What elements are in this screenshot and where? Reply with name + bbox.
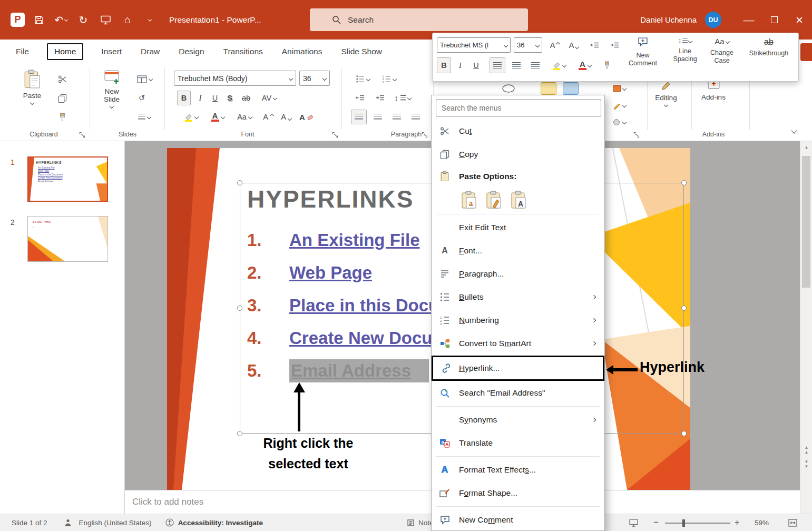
menu-item-cut[interactable]: Cut [432, 120, 604, 143]
minibar-grow-font-icon[interactable]: A [546, 37, 563, 53]
oval-shape-icon[interactable] [500, 81, 517, 96]
list-item-2[interactable]: 2. Web Page [247, 260, 372, 286]
font-color-icon[interactable]: A [207, 110, 229, 124]
scrollbar-thumb[interactable] [802, 156, 810, 288]
paste-text-only-button[interactable]: A [508, 189, 529, 211]
slide-title[interactable]: HYPERLINKS [247, 185, 414, 213]
shape-outline-icon[interactable] [607, 98, 631, 113]
undo-icon[interactable]: ↶ [50, 8, 72, 32]
handle-bottom-right[interactable] [681, 431, 687, 436]
slideshow-from-beginning-icon[interactable] [94, 8, 116, 32]
minibar-font-color-icon[interactable]: A [574, 57, 596, 73]
minibar-italic-button[interactable]: I [454, 57, 467, 73]
save-icon[interactable] [28, 8, 50, 32]
clipboard-dialog-launcher-icon[interactable] [79, 131, 86, 138]
list-item-5[interactable]: 5. Email Address [247, 358, 429, 384]
minibar-underline-button[interactable]: U [469, 57, 483, 73]
powerpoint-app-icon[interactable]: P [11, 13, 25, 27]
menu-item-format-shape[interactable]: Format Shape... [432, 481, 604, 505]
bold-button[interactable]: B [177, 91, 191, 105]
shape-fill-icon[interactable] [607, 81, 631, 96]
menu-item-exit-edit-text[interactable]: Exit Edit Text [432, 216, 604, 239]
tab-animations[interactable]: Animations [281, 45, 324, 58]
menu-item-copy[interactable]: Copy [432, 143, 604, 166]
align-right-icon[interactable] [389, 110, 405, 124]
font-dialog-launcher-icon[interactable] [332, 131, 339, 138]
slideshow-view-icon[interactable] [629, 519, 638, 527]
highlight-color-icon[interactable] [179, 110, 202, 124]
minibar-bold-button[interactable]: B [437, 57, 451, 73]
selected-hyperlink-text[interactable]: Email Address [289, 359, 429, 382]
menu-item-bullets[interactable]: Bullets [432, 286, 604, 309]
underline-button[interactable]: U [209, 91, 221, 105]
minibar-align-center-icon[interactable] [508, 57, 524, 73]
align-center-icon[interactable] [370, 110, 386, 124]
quick-access-chevron-icon[interactable] [139, 8, 161, 32]
minibar-decrease-indent-icon[interactable] [585, 37, 603, 53]
minibar-align-left-icon[interactable] [490, 57, 505, 73]
strikethrough-button[interactable]: ab [238, 91, 254, 105]
section-icon[interactable] [133, 110, 156, 124]
tab-slide-show[interactable]: Slide Show [340, 45, 383, 58]
menu-item-translate[interactable]: aA Translate [432, 431, 604, 455]
decrease-indent-icon[interactable] [351, 91, 369, 105]
format-painter-icon[interactable] [55, 110, 70, 124]
collapse-ribbon-chevron-icon[interactable] [786, 123, 802, 138]
tab-insert[interactable]: Insert [100, 45, 123, 58]
layout-icon[interactable] [133, 72, 156, 86]
previous-slide-icon[interactable]: ▲▲ [800, 445, 812, 455]
menu-item-synonyms[interactable]: Synonyms [432, 408, 604, 431]
menu-item-paragraph[interactable]: Paragraph... [432, 262, 604, 286]
menu-item-new-comment[interactable]: New Comment [432, 508, 604, 531]
shrink-font-icon[interactable]: A [278, 110, 294, 124]
hyperlink-text[interactable]: Web Page [289, 263, 372, 283]
drawing-dialog-launcher-icon[interactable] [633, 131, 641, 138]
numbering-icon[interactable]: 123 [377, 72, 400, 86]
avatar[interactable]: DU [705, 12, 721, 28]
zoom-slider-thumb[interactable] [682, 519, 685, 527]
font-name-select[interactable]: Trebuchet MS (Body) [174, 71, 296, 86]
list-item-1[interactable]: 1. An Existing File [247, 228, 420, 253]
spell-check-icon[interactable] [64, 519, 72, 527]
slide2-thumbnail[interactable]: SLIDE TWO • [27, 216, 108, 262]
slide-indicator[interactable]: Slide 1 of 2 [12, 519, 47, 527]
fit-slide-icon[interactable] [788, 519, 797, 527]
minibar-align-right-icon[interactable] [527, 57, 543, 73]
tab-draw[interactable]: Draw [140, 45, 161, 58]
italic-button[interactable]: I [194, 91, 207, 105]
bullets-icon[interactable] [351, 72, 374, 86]
paragraph-dialog-launcher-icon[interactable] [422, 131, 429, 138]
paste-dropdown-icon[interactable] [30, 101, 34, 105]
align-left-icon[interactable] [351, 110, 367, 124]
language-indicator[interactable]: English (United States) [79, 519, 152, 527]
minibar-highlight-color-icon[interactable] [547, 57, 571, 73]
minibar-line-spacing-button[interactable]: ↕ Line Spacing [668, 37, 702, 80]
change-case-icon[interactable]: Aa [233, 110, 256, 124]
minibar-strikethrough-button[interactable]: ab Strikethrough [741, 37, 796, 80]
copy-icon[interactable] [55, 91, 70, 105]
shape-style-chip-icon[interactable] [541, 82, 556, 95]
tab-transitions[interactable]: Transitions [222, 45, 264, 58]
menu-item-format-text-effects[interactable]: A Format Text Effects... [432, 458, 604, 481]
zoom-out-icon[interactable]: − [653, 517, 659, 528]
cut-icon[interactable] [55, 72, 70, 86]
grow-font-icon[interactable]: A [260, 110, 276, 124]
share-button[interactable] [800, 43, 812, 61]
menu-item-search-selection[interactable]: Search "Email Address" [432, 381, 604, 405]
next-slide-icon[interactable]: ▼▼ [800, 459, 812, 469]
new-slide-dropdown-icon[interactable] [110, 104, 114, 109]
zoom-level[interactable]: 59% [755, 519, 769, 527]
home-icon[interactable]: ⌂ [116, 8, 139, 32]
shape-style-chip2-icon[interactable] [563, 82, 579, 95]
search-menus-input[interactable] [436, 100, 601, 116]
increase-indent-icon[interactable] [371, 91, 389, 105]
redo-icon[interactable]: ↻ [72, 8, 94, 32]
menu-item-hyperlink[interactable]: Hyperlink... [432, 356, 604, 381]
minibar-font-name-select[interactable]: Trebuchet MS (l [437, 37, 511, 53]
tab-design[interactable]: Design [178, 45, 205, 58]
handle-top-right[interactable] [681, 180, 687, 185]
minibar-format-painter-icon[interactable] [599, 57, 615, 73]
paste-merge-formatting-button[interactable] [484, 189, 504, 211]
tab-file[interactable]: File [15, 45, 30, 58]
handle-middle-right[interactable] [681, 306, 687, 311]
